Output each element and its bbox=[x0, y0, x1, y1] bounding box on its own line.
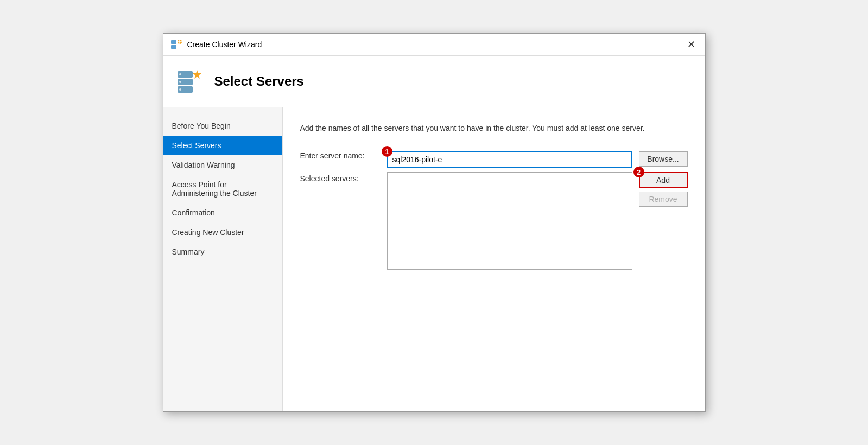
selected-servers-row: Selected servers: 2 Add Remove bbox=[300, 172, 688, 271]
sidebar-item-before-you-begin[interactable]: Before You Begin bbox=[163, 116, 282, 136]
browse-button-col: Browse... bbox=[639, 151, 688, 167]
sidebar-item-confirmation[interactable]: Confirmation bbox=[163, 203, 282, 223]
svg-rect-1 bbox=[171, 45, 176, 49]
close-button[interactable]: ✕ bbox=[684, 39, 699, 50]
content-area: Before You Begin Select Servers Validati… bbox=[163, 107, 705, 411]
sidebar-item-access-point[interactable]: Access Point for Administering the Clust… bbox=[163, 175, 282, 203]
sidebar-item-creating-new-cluster[interactable]: Creating New Cluster bbox=[163, 223, 282, 242]
title-bar: Create Cluster Wizard ✕ bbox=[163, 34, 705, 56]
sidebar-item-select-servers[interactable]: Select Servers bbox=[163, 136, 282, 155]
add-remove-button-col: 2 Add Remove bbox=[639, 172, 688, 207]
svg-point-9 bbox=[179, 81, 181, 83]
remove-button[interactable]: Remove bbox=[639, 192, 688, 207]
description-text: Add the names of all the servers that yo… bbox=[300, 123, 688, 134]
svg-point-8 bbox=[179, 73, 181, 75]
wizard-window: Create Cluster Wizard ✕ Select Servers B… bbox=[163, 33, 706, 412]
selected-servers-textarea[interactable] bbox=[387, 172, 632, 270]
annotation-1-badge: 1 bbox=[382, 146, 392, 157]
svg-point-10 bbox=[179, 88, 181, 91]
sidebar-item-validation-warning[interactable]: Validation Warning bbox=[163, 155, 282, 175]
svg-rect-0 bbox=[171, 40, 176, 44]
svg-marker-11 bbox=[193, 70, 201, 79]
server-name-row: Enter server name: 1 Browse... bbox=[300, 151, 688, 168]
title-bar-left: Create Cluster Wizard bbox=[170, 38, 262, 51]
sidebar: Before You Begin Select Servers Validati… bbox=[163, 107, 283, 411]
server-name-label: Enter server name: bbox=[300, 151, 387, 160]
browse-button[interactable]: Browse... bbox=[639, 151, 688, 167]
page-header-title: Select Servers bbox=[214, 74, 304, 89]
server-name-input-wrapper: 1 bbox=[387, 151, 632, 168]
add-button[interactable]: Add bbox=[639, 172, 688, 188]
window-title: Create Cluster Wizard bbox=[187, 40, 262, 49]
annotation-2-badge: 2 bbox=[633, 167, 644, 177]
server-name-input[interactable] bbox=[387, 151, 632, 168]
add-button-wrapper: 2 Add bbox=[639, 172, 688, 188]
selected-servers-label: Selected servers: bbox=[300, 172, 387, 183]
wizard-icon bbox=[170, 38, 183, 51]
main-content: Add the names of all the servers that yo… bbox=[283, 107, 705, 411]
selected-servers-box-wrapper bbox=[387, 172, 632, 271]
header-cluster-icon bbox=[176, 67, 206, 96]
header-section: Select Servers bbox=[163, 56, 705, 107]
sidebar-item-summary[interactable]: Summary bbox=[163, 242, 282, 262]
